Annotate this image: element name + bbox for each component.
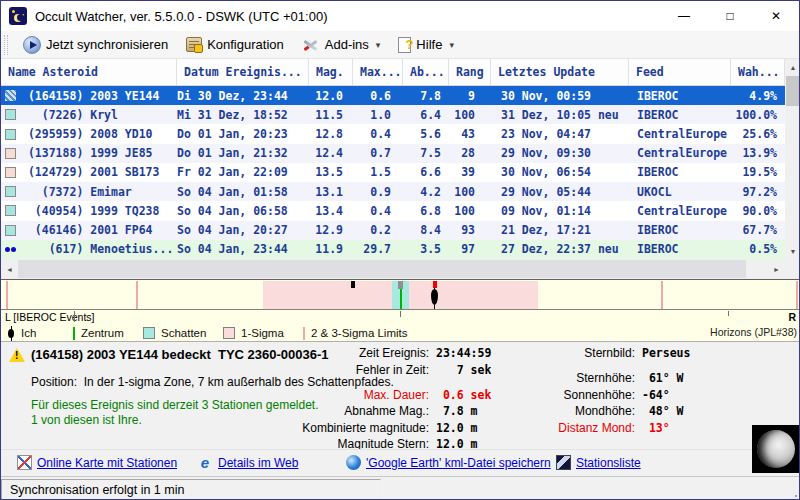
star-icon: [12, 10, 15, 13]
minimize-button[interactable]: —: [661, 1, 707, 31]
chevron-down-icon: ▾: [376, 40, 381, 50]
last-update: 23 Nov, 04:47: [491, 127, 629, 141]
app-icon: [9, 7, 27, 25]
scroll-down-icon[interactable]: ▼: [785, 243, 800, 259]
column-header-max[interactable]: Max...: [353, 59, 403, 85]
horizontal-scrollbar[interactable]: ◄ ►: [1, 259, 785, 279]
table-row[interactable]: (124729) 2001 SB173 Fr 02 Jan, 22:09 13.…: [1, 163, 785, 182]
mag-drop: 5.6: [403, 127, 449, 141]
column-header-datum[interactable]: Datum Ereignis...: [177, 59, 309, 85]
mag-drop: 6.4: [403, 108, 449, 122]
table-row[interactable]: (137188) 1999 JE85 Do 01 Jan, 21:32 12.4…: [1, 144, 785, 163]
last-update: 30 Nov, 00:59: [491, 89, 629, 103]
event-date: So 04 Jan, 01:58: [177, 185, 309, 199]
column-header-mag[interactable]: Mag.: [309, 59, 353, 85]
rank: 39: [449, 165, 491, 179]
vertical-scrollbar[interactable]: ▲ ▼: [785, 59, 800, 259]
probability: 67.7%: [731, 223, 785, 237]
feed: IBEROC: [629, 165, 731, 179]
resize-grip-icon[interactable]: [795, 495, 797, 497]
rank: 97: [449, 242, 491, 256]
legend-label: Schatten: [161, 327, 206, 339]
legend-item-zentrum: Zentrum: [73, 323, 124, 343]
mag-drop: 7.5: [403, 146, 449, 160]
sync-now-button[interactable]: Jetzt synchronisieren: [14, 32, 177, 58]
warning-glyph: !: [15, 350, 18, 361]
horizontal-scroll-thumb[interactable]: [18, 260, 746, 278]
crescent-icon: [17, 14, 24, 21]
feed: IBEROC: [629, 242, 731, 256]
configuration-icon: [186, 37, 202, 52]
rank: 43: [449, 127, 491, 141]
online-map-link[interactable]: Online Karte mit Stationen: [17, 455, 177, 470]
scale-tick: [728, 311, 729, 316]
timeline-scale: L [IBEROC Events] R: [1, 311, 800, 323]
kml-save-link[interactable]: 'Google Earth' kml-Datei speichern: [346, 455, 551, 470]
probability: 19.5%: [731, 165, 785, 179]
scroll-left-icon[interactable]: ◄: [1, 259, 18, 279]
field-value: Perseus: [642, 346, 690, 360]
title-bar: Occult Watcher, ver. 5.5.0.0 - DSWK (UTC…: [1, 1, 799, 31]
vertical-scroll-thumb[interactable]: [786, 76, 800, 106]
help-label: Hilfe: [416, 37, 442, 52]
column-header-feed[interactable]: Feed: [629, 59, 731, 85]
scroll-up-icon[interactable]: ▲: [785, 59, 800, 75]
addins-menu-button[interactable]: Add-ins ▾: [293, 32, 390, 58]
field-label: Abnahme Mag.:: [269, 404, 429, 418]
web-details-link[interactable]: e Details im Web: [197, 455, 298, 471]
table-row[interactable]: (617) Menoetius... So 04 Jan, 23:44 11.9…: [1, 240, 785, 259]
table-row[interactable]: (7372) Emimar So 04 Jan, 01:58 13.1 0.9 …: [1, 182, 785, 201]
scrollbar-corner: [785, 259, 800, 279]
feed: IBEROC: [629, 89, 731, 103]
events-table: Name Asteroid Datum Ereignis... Mag. Max…: [1, 59, 785, 259]
chevron-down-icon: ▾: [449, 40, 454, 50]
field-value: 23:44:59: [436, 346, 491, 360]
rank: 93: [449, 223, 491, 237]
links-bar: Online Karte mit Stationen e Details im …: [1, 449, 800, 476]
last-update: 21 Dez, 17:21: [491, 223, 629, 237]
max-duration: 29.7: [353, 242, 403, 256]
legend-item-23sigma: 2 & 3-Sigma Limits: [303, 323, 408, 343]
mag-drop: 8.4: [403, 223, 449, 237]
legend-item-1sigma: 1-Sigma: [223, 323, 284, 343]
column-header-update[interactable]: Letztes Update: [491, 59, 629, 85]
timeline-chart[interactable]: [1, 281, 800, 310]
scroll-right-icon[interactable]: ►: [768, 259, 785, 279]
table-row[interactable]: (40954) 1999 TQ238 So 04 Jan, 06:58 13.4…: [1, 201, 785, 220]
close-button[interactable]: ✕: [753, 1, 799, 31]
asteroid-name: (617) Menoetius...: [21, 242, 173, 256]
station-list-link[interactable]: Stationsliste: [556, 455, 641, 470]
configuration-button[interactable]: Konfiguration: [177, 32, 293, 58]
feed: CentralEurope: [629, 146, 731, 160]
help-menu-button[interactable]: ? Hilfe ▾: [389, 32, 463, 58]
field-label: Sternhöhe:: [535, 371, 635, 385]
table-row[interactable]: (7226) Kryl Mi 31 Dez, 18:52 11.5 1.0 6.…: [1, 105, 785, 124]
help-icon: ?: [398, 37, 411, 53]
rank: 9: [449, 89, 491, 103]
magnitude: 13.1: [309, 185, 353, 199]
field-label: Distanz Mond:: [535, 421, 635, 435]
event-date: Mi 31 Dez, 18:52: [177, 108, 309, 122]
field-label: Kombinierte magnitude:: [269, 421, 429, 435]
legend-label: Ich: [21, 327, 36, 339]
toolbar-grip[interactable]: [4, 35, 8, 55]
column-header-name[interactable]: Name Asteroid: [1, 59, 177, 85]
app-window: Occult Watcher, ver. 5.5.0.0 - DSWK (UTC…: [0, 0, 800, 500]
pink-line-icon: [303, 327, 305, 340]
browser-icon: e: [197, 455, 213, 471]
event-date: Fr 02 Jan, 22:09: [177, 165, 309, 179]
event-type-icon: [5, 109, 16, 120]
column-header-wahr[interactable]: Wah...: [731, 59, 785, 85]
sigma-limit-line: [136, 281, 138, 309]
maximize-button[interactable]: □: [707, 1, 753, 31]
table-row[interactable]: (164158) 2003 YE144 Di 30 Dez, 23:44 12.…: [1, 86, 785, 105]
event-fields-right: Sternbild:Perseus Sternhöhe: 61° W Sonne…: [535, 346, 765, 437]
event-type-icon: [5, 129, 16, 140]
asteroid-name: (295959) 2008 YD10: [21, 127, 153, 141]
column-header-rang[interactable]: Rang: [449, 59, 491, 85]
table-row[interactable]: (46146) 2001 FP64 So 04 Jan, 20:27 12.9 …: [1, 221, 785, 240]
column-header-ab[interactable]: Ab...: [403, 59, 449, 85]
table-row[interactable]: (295959) 2008 YD10 Do 01 Jan, 20:23 12.8…: [1, 124, 785, 143]
rank: 100: [449, 185, 491, 199]
mag-drop: 6.8: [403, 204, 449, 218]
